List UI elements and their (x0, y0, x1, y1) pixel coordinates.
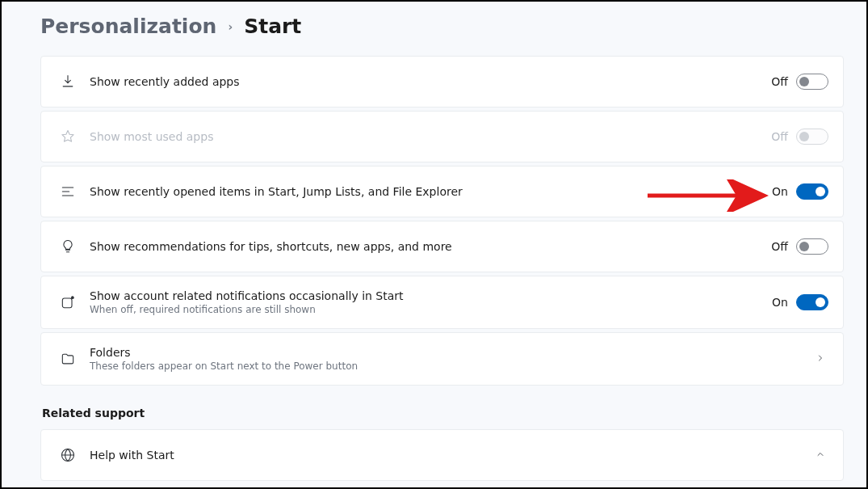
setting-title: Show recommendations for tips, shortcuts… (90, 240, 771, 253)
toggle-recommendations[interactable] (796, 238, 828, 255)
toggle-recently-opened-items[interactable] (796, 183, 828, 200)
setting-title: Show recently added apps (90, 75, 771, 88)
svg-point-1 (71, 296, 74, 299)
svg-rect-0 (62, 298, 72, 308)
toggle-state-label: Off (771, 130, 788, 143)
toggle-most-used-apps (796, 129, 828, 145)
setting-recently-opened-items: Show recently opened items in Start, Jum… (40, 166, 844, 217)
page-title: Start (244, 15, 301, 38)
setting-subtitle: When off, required notifications are sti… (90, 304, 772, 315)
breadcrumb: Personalization › Start (40, 15, 844, 38)
breadcrumb-parent[interactable]: Personalization (40, 15, 216, 38)
setting-title: Show most used apps (90, 130, 771, 143)
toggle-state-label: On (772, 185, 788, 198)
notification-square-icon (56, 294, 80, 310)
download-icon (56, 74, 80, 90)
toggle-recently-added-apps[interactable] (796, 74, 828, 90)
globe-icon (56, 447, 80, 463)
toggle-state-label: On (772, 296, 788, 309)
help-with-start[interactable]: Help with Start (40, 429, 844, 481)
folder-icon (56, 351, 80, 367)
setting-most-used-apps: Show most used apps Off (40, 111, 844, 162)
bulb-icon (56, 238, 80, 255)
setting-subtitle: These folders appear on Start next to th… (90, 360, 812, 372)
toggle-state-label: Off (771, 75, 788, 88)
setting-title: Folders (90, 346, 812, 359)
chevron-right-icon (812, 352, 828, 365)
related-support-heading: Related support (42, 407, 844, 419)
setting-recommendations: Show recommendations for tips, shortcuts… (40, 221, 844, 272)
star-icon (56, 129, 80, 145)
setting-folders[interactable]: Folders These folders appear on Start ne… (40, 332, 844, 386)
toggle-account-notifications[interactable] (796, 294, 828, 310)
chevron-up-icon (812, 449, 828, 462)
setting-recently-added-apps: Show recently added apps Off (40, 56, 844, 107)
setting-account-notifications: Show account related notifications occas… (40, 276, 844, 329)
list-icon (56, 183, 80, 200)
toggle-state-label: Off (771, 240, 788, 253)
setting-title: Show account related notifications occas… (90, 289, 772, 302)
chevron-right-icon: › (228, 20, 233, 33)
setting-title: Show recently opened items in Start, Jum… (90, 185, 772, 198)
help-title: Help with Start (90, 449, 812, 462)
